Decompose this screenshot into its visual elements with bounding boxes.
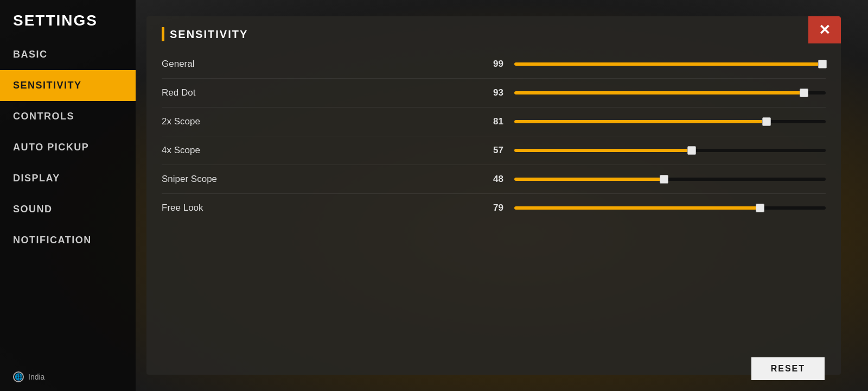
close-icon: ✕ (819, 23, 831, 37)
sidebar-item-sound[interactable]: SOUND (0, 194, 136, 225)
slider-2x_scope[interactable] (514, 116, 826, 127)
settings-list: General99Red Dot932x Scope814x Scope57Sn… (146, 50, 841, 222)
slider-fill-sniper_scope (514, 178, 664, 181)
close-button[interactable]: ✕ (808, 16, 841, 43)
slider-sniper_scope[interactable] (514, 174, 826, 185)
slider-track-red_dot (514, 91, 826, 94)
slider-track-4x_scope (514, 149, 826, 152)
sidebar-item-display[interactable]: DISPLAY (0, 163, 136, 194)
setting-value-free_look: 79 (476, 203, 503, 213)
slider-fill-general (514, 62, 822, 66)
setting-row-free_look: Free Look79 (162, 194, 826, 222)
main-content: ✕ SENSITIVITY General99Red Dot932x Scope… (146, 16, 841, 375)
setting-label-2x_scope: 2x Scope (162, 116, 476, 127)
sidebar-item-auto_pickup[interactable]: AUTO PICKUP (0, 132, 136, 163)
setting-value-2x_scope: 81 (476, 116, 503, 127)
slider-track-2x_scope (514, 120, 826, 123)
setting-row-red_dot: Red Dot93 (162, 79, 826, 108)
slider-4x_scope[interactable] (514, 145, 826, 156)
setting-value-red_dot: 93 (476, 87, 503, 98)
section-title: SENSITIVITY (170, 28, 248, 41)
sidebar-item-controls[interactable]: CONTROLS (0, 101, 136, 132)
setting-row-general: General99 (162, 50, 826, 79)
slider-thumb-4x_scope[interactable] (687, 146, 696, 155)
slider-track-free_look (514, 206, 826, 210)
slider-thumb-free_look[interactable] (756, 204, 764, 212)
setting-label-sniper_scope: Sniper Scope (162, 174, 476, 185)
setting-value-sniper_scope: 48 (476, 174, 503, 185)
setting-label-red_dot: Red Dot (162, 87, 476, 98)
globe-icon: 🌐 (13, 371, 24, 382)
slider-thumb-2x_scope[interactable] (762, 117, 771, 126)
slider-free_look[interactable] (514, 203, 826, 213)
slider-fill-2x_scope (514, 120, 767, 123)
sidebar-nav: BASICSENSITIVITYCONTROLSAUTO PICKUPDISPL… (0, 39, 136, 363)
setting-label-general: General (162, 59, 476, 70)
slider-thumb-red_dot[interactable] (800, 89, 808, 97)
sidebar-title: SETTINGS (0, 0, 136, 39)
section-header: SENSITIVITY (146, 16, 841, 50)
slider-red_dot[interactable] (514, 87, 826, 98)
setting-row-4x_scope: 4x Scope57 (162, 136, 826, 165)
setting-row-sniper_scope: Sniper Scope48 (162, 165, 826, 194)
setting-label-free_look: Free Look (162, 203, 476, 213)
slider-thumb-general[interactable] (818, 60, 827, 68)
setting-value-general: 99 (476, 59, 503, 70)
region-label: India (28, 373, 44, 381)
slider-track-sniper_scope (514, 178, 826, 181)
slider-fill-free_look (514, 206, 760, 210)
sidebar: SETTINGS BASICSENSITIVITYCONTROLSAUTO PI… (0, 0, 136, 391)
section-accent (162, 27, 164, 41)
sidebar-item-notification[interactable]: NOTIFICATION (0, 225, 136, 256)
setting-label-4x_scope: 4x Scope (162, 145, 476, 156)
slider-fill-4x_scope (514, 149, 692, 152)
slider-thumb-sniper_scope[interactable] (660, 175, 668, 184)
slider-track-general (514, 62, 826, 66)
sidebar-footer: 🌐 India (0, 363, 136, 391)
slider-fill-red_dot (514, 91, 804, 94)
setting-row-2x_scope: 2x Scope81 (162, 108, 826, 136)
reset-button[interactable]: RESET (751, 357, 825, 380)
slider-general[interactable] (514, 59, 826, 70)
sidebar-item-basic[interactable]: BASIC (0, 39, 136, 70)
sidebar-item-sensitivity[interactable]: SENSITIVITY (0, 70, 136, 101)
setting-value-4x_scope: 57 (476, 145, 503, 156)
